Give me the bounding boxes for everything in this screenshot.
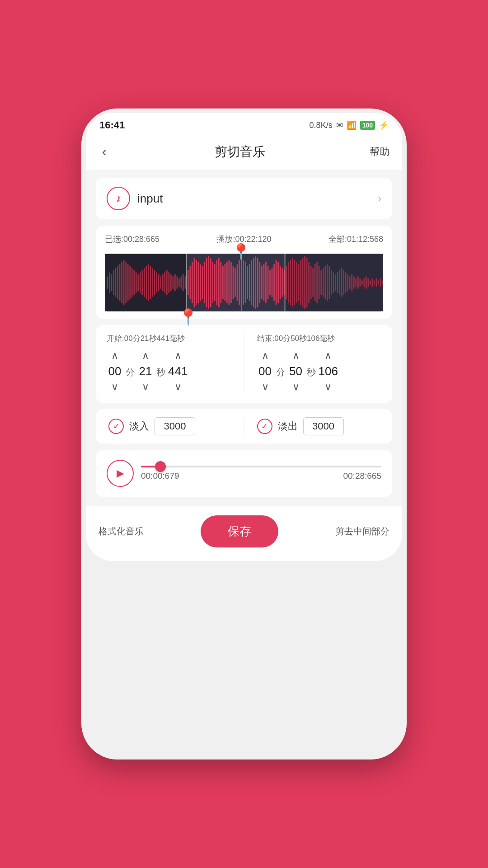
start-sec-up[interactable]: ∧	[139, 350, 152, 362]
fade-out-input[interactable]	[303, 417, 344, 435]
svg-rect-51	[204, 262, 205, 303]
end-sec-up[interactable]: ∧	[290, 350, 302, 362]
svg-rect-94	[292, 258, 293, 307]
svg-rect-82	[267, 266, 269, 299]
svg-rect-133	[372, 278, 373, 287]
app-bar: ‹ 剪切音乐 帮助	[86, 136, 402, 170]
page-title: 剪切音乐	[215, 143, 265, 160]
svg-rect-120	[345, 272, 347, 292]
input-row[interactable]: ♪ input ›	[107, 187, 381, 210]
save-button[interactable]: 保存	[201, 515, 278, 547]
svg-rect-74	[251, 260, 252, 305]
end-sec-sep: 秒	[307, 364, 316, 378]
status-bar: 16:41 0.8K/s ✉ 📶 100 ⚡	[86, 113, 402, 136]
fade-out-check[interactable]: ✓	[257, 419, 272, 434]
svg-rect-70	[243, 260, 244, 305]
svg-rect-102	[308, 262, 310, 303]
fade-out-label: 淡出	[278, 420, 298, 433]
start-ms-value: 441	[168, 364, 188, 378]
svg-rect-7	[113, 270, 114, 295]
player-right: 00:00:679 00:28:665	[141, 466, 381, 481]
svg-rect-68	[239, 260, 240, 305]
back-button[interactable]: ‹	[99, 143, 110, 161]
play-button[interactable]: ▶	[107, 460, 134, 487]
svg-rect-15	[129, 266, 131, 299]
svg-rect-107	[319, 266, 320, 299]
filename-label: input	[137, 192, 163, 206]
svg-rect-134	[374, 280, 375, 284]
svg-rect-55	[212, 262, 213, 303]
end-label: 结束:00分50秒106毫秒	[257, 333, 382, 344]
waveform-container[interactable]: 📍	[105, 251, 383, 314]
svg-rect-23	[146, 266, 147, 299]
svg-rect-101	[306, 258, 308, 307]
svg-rect-65	[233, 266, 234, 299]
fade-in-check[interactable]: ✓	[108, 419, 124, 434]
svg-rect-63	[229, 260, 230, 305]
svg-rect-110	[324, 266, 326, 299]
start-sec-unit: ∧ 21 ∨	[137, 350, 154, 393]
svg-rect-113	[331, 270, 332, 295]
svg-rect-95	[294, 260, 296, 305]
start-ms-up[interactable]: ∧	[172, 350, 184, 362]
end-ms-value: 106	[319, 364, 338, 378]
help-button[interactable]: 帮助	[370, 145, 389, 159]
end-ms-up[interactable]: ∧	[322, 350, 334, 362]
end-ms-down[interactable]: ∨	[322, 381, 334, 393]
svg-rect-124	[353, 276, 355, 288]
svg-rect-62	[226, 262, 228, 303]
svg-rect-119	[343, 270, 344, 295]
time-divider	[244, 333, 244, 393]
svg-rect-8	[115, 268, 117, 297]
battery-icon: 100	[360, 121, 375, 130]
svg-rect-21	[142, 270, 143, 295]
fade-in-input[interactable]	[155, 417, 195, 435]
svg-rect-123	[351, 274, 352, 291]
wifi-icon: 📶	[347, 120, 357, 130]
end-min-down[interactable]: ∨	[259, 381, 272, 393]
svg-rect-11	[121, 262, 122, 303]
player-card: ▶ 00:00:679 00:28:665	[96, 450, 392, 497]
svg-rect-34	[168, 272, 169, 292]
svg-rect-52	[206, 258, 207, 307]
selected-time: 已选:00:28:665	[105, 234, 160, 245]
svg-rect-17	[133, 270, 135, 295]
end-sec-down[interactable]: ∨	[290, 381, 302, 393]
start-min-value: 00	[107, 364, 123, 378]
svg-rect-106	[316, 262, 318, 303]
start-min-up[interactable]: ∧	[108, 350, 121, 362]
format-music-button[interactable]: 格式化音乐	[99, 525, 144, 538]
status-time: 16:41	[99, 119, 125, 131]
progress-thumb[interactable]	[155, 461, 166, 472]
svg-rect-66	[235, 268, 236, 297]
svg-rect-58	[218, 258, 220, 307]
svg-rect-33	[166, 270, 168, 295]
fade-card: ✓ 淡入 ✓ 淡出	[96, 409, 392, 443]
svg-rect-9	[117, 266, 118, 299]
svg-rect-72	[247, 266, 248, 299]
start-sec-down[interactable]: ∨	[139, 381, 152, 393]
svg-rect-130	[366, 276, 367, 288]
svg-rect-32	[164, 272, 165, 292]
svg-rect-42	[185, 276, 186, 288]
svg-rect-92	[288, 262, 289, 303]
svg-rect-27	[154, 270, 155, 295]
start-min-down[interactable]: ∨	[108, 381, 121, 393]
end-min-up[interactable]: ∧	[259, 350, 272, 362]
svg-rect-25	[150, 266, 151, 299]
svg-rect-20	[140, 272, 141, 292]
fade-divider	[244, 417, 244, 435]
current-time: 00:00:679	[141, 471, 179, 481]
svg-rect-112	[329, 266, 330, 299]
start-ms-down[interactable]: ∨	[172, 381, 184, 393]
svg-rect-5	[109, 272, 110, 292]
cut-middle-button[interactable]: 剪去中间部分	[335, 525, 389, 538]
svg-rect-104	[312, 268, 314, 297]
playhead-top-pin: 📍	[231, 243, 251, 262]
svg-rect-108	[320, 270, 322, 295]
progress-track[interactable]	[141, 466, 381, 467]
svg-rect-86	[276, 260, 277, 305]
svg-rect-125	[355, 278, 357, 287]
svg-rect-54	[210, 258, 211, 307]
svg-rect-4	[107, 276, 108, 288]
